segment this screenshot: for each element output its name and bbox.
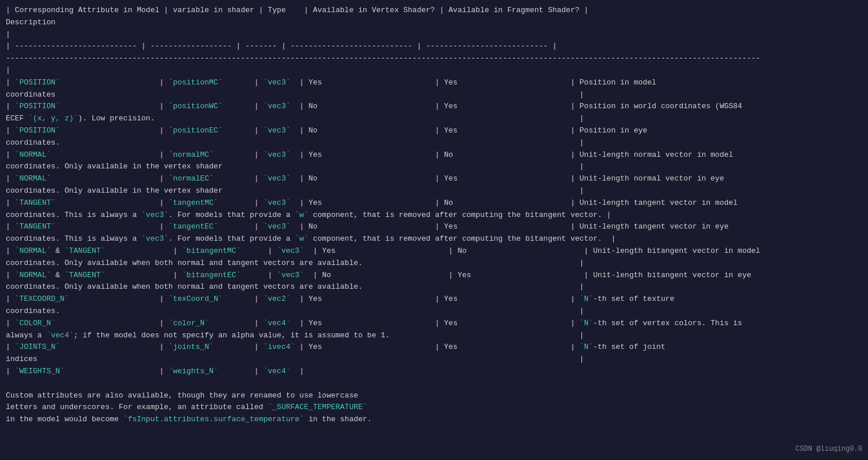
header-row: | Corresponding Attribute in Model | var… [6,6,588,27]
row-4: | `NORMAL` | `normalMC` | `vec3` | Yes |… [6,150,733,171]
row-1: | `POSITION` | `positionMC` | `vec3` | Y… [6,78,656,99]
row-5: | `NORMAL` | `normalEC` | `vec3` | No | … [6,174,724,195]
dashed-separator: ----------------------------------------… [6,54,760,62]
row-9: | `NORMAL` & `TANGENT` | `bitangentEC` |… [6,271,751,292]
row-13: | `WEIGHTS_N` | `weights_N` | `vec4` | [6,367,304,376]
row-11: | `COLOR_N` | `color_N` | `vec4` | Yes |… [6,319,742,340]
row-8: | `NORMAL` & `TANGENT` | `bitangentMC` |… [6,246,760,267]
watermark: CSDN @liuqing0.0 [796,444,862,454]
row-6: | `TANGENT` | `tangentMC` | `vec3` | Yes… [6,198,738,219]
blank-line: | [6,30,10,39]
row-7: | `TANGENT` | `tangentEC` | `vec3` | No … [6,222,728,243]
table-content: | Corresponding Attribute in Model | var… [6,5,862,426]
main-content: | Corresponding Attribute in Model | var… [6,5,862,426]
row-2: | `POSITION` | `positionWC` | `vec3` | N… [6,102,742,123]
row-3: | `POSITION` | `positionEC` | `vec3` | N… [6,126,647,147]
footer-text: Custom attributes are also available, th… [6,391,372,424]
row-12: | `JOINTS_N` | `joints_N` | `ivec4` | Ye… [6,343,665,363]
row-10: | `TEXCOORD_N` | `texCoord_N` | `vec2` |… [6,295,675,315]
separator-row: | --------------------------- | --------… [6,42,557,50]
blank-line2: | [6,66,10,75]
